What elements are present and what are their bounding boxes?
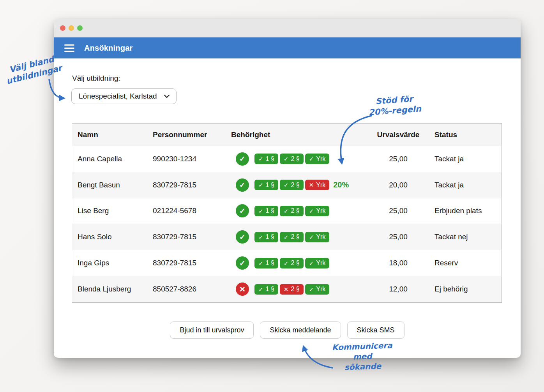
check-icon: ✓ [258,182,263,188]
maximize-window-icon[interactable] [77,25,83,31]
check-icon: ✓ [309,208,314,214]
invite-to-test-button[interactable]: Bjud in till urvalsprov [170,321,254,339]
check-icon: ✓ [284,260,289,266]
badge: ✓Yrk [305,232,330,242]
action-button-row: Bjud in till urvalsprov Skicka meddeland… [54,321,521,339]
badge: ✓2 § [280,232,304,242]
badge: ✓1 § [254,232,278,242]
cell-urvalsvarde: 25,00 [368,155,428,163]
badge: ✓1 § [254,180,278,190]
badge: ✓2 § [280,180,304,190]
badge: ✓Yrk [305,284,330,295]
cell-behorighet: ✕ ✓1 §✕2 §✓Yrk [224,283,368,296]
table-row: Inga Gips 830729-7815 ✓ ✓1 §✓2 §✓Yrk 18,… [72,250,502,276]
eligibility-status-icon: ✕ [236,283,249,296]
cell-behorighet: ✓ ✓1 §✓2 §✓Yrk [224,152,368,166]
check-icon: ✓ [309,286,314,292]
send-message-button[interactable]: Skicka meddelande [260,321,341,339]
app-header: Ansökningar [54,37,521,58]
badge: ✓2 § [280,154,304,164]
column-header-status: Status [428,131,502,139]
check-icon: ✓ [309,156,314,162]
badge: ✓Yrk [305,258,330,268]
twenty-percent-rule-note: 20% [333,180,349,189]
cell-behorighet: ✓ ✓1 §✓2 §✓Yrk [224,256,368,270]
check-icon: ✓ [284,156,289,162]
table-row: Bengt Basun 830729-7815 ✓ ✓1 §✓2 §✕Yrk 2… [72,172,502,198]
cell-behorighet: ✓ ✓1 §✓2 §✕Yrk 20% [224,178,368,192]
eligibility-status-icon: ✓ [236,256,249,270]
cross-icon: ✕ [284,286,289,292]
badge: ✓1 § [254,284,278,295]
badge: ✓2 § [280,258,304,268]
education-select[interactable]: Lönespecialist, Karlstad [71,88,177,104]
cell-name: Inga Gips [72,259,150,267]
check-icon: ✓ [309,234,314,240]
badge-group: ✓1 §✕2 §✓Yrk [254,284,329,295]
cell-name: Anna Capella [72,155,150,163]
badge: ✓Yrk [305,206,330,216]
send-sms-button[interactable]: Skicka SMS [347,321,404,339]
cell-urvalsvarde: 25,00 [368,207,428,215]
chevron-down-icon [164,94,170,98]
cell-status: Reserv [428,259,502,267]
table-row: Lise Berg 021224-5678 ✓ ✓1 §✓2 §✓Yrk 25,… [72,198,502,224]
check-icon: ✓ [284,182,289,188]
table-row: Blenda Ljusberg 850527-8826 ✕ ✓1 §✕2 §✓Y… [72,276,502,302]
cell-status: Ej behörig [428,285,502,293]
education-select-value: Lönespecialist, Karlstad [79,92,157,101]
column-header-behorighet: Behörighet [224,131,368,139]
cell-urvalsvarde: 18,00 [368,259,428,267]
badge-group: ✓1 §✓2 §✓Yrk [254,206,329,216]
badge-group: ✓1 §✓2 §✓Yrk [254,232,329,242]
cell-personnummer: 830729-7815 [150,233,224,241]
check-icon: ✓ [258,208,263,214]
cell-personnummer: 830729-7815 [150,259,224,267]
applicants-table: Namn Personnummer Behörighet Urvalsvärde… [72,123,502,303]
table-body: Anna Capella 990230-1234 ✓ ✓1 §✓2 §✓Yrk … [72,146,502,302]
column-header-personnummer: Personnummer [150,131,224,139]
eligibility-status-icon: ✓ [236,178,249,192]
cell-status: Tackat ja [428,155,502,163]
check-icon: ✓ [258,234,263,240]
window-titlebar [54,19,521,37]
close-window-icon[interactable] [60,25,65,31]
education-picker-label: Välj utbildning: [72,74,120,83]
cell-behorighet: ✓ ✓1 §✓2 §✓Yrk [224,230,368,244]
cell-name: Blenda Ljusberg [72,285,150,293]
badge: ✓1 § [254,154,278,164]
cell-status: Tackat nej [428,233,502,241]
cell-name: Hans Solo [72,233,150,241]
badge: ✓1 § [254,206,278,216]
cell-urvalsvarde: 12,00 [368,285,428,293]
badge-group: ✓1 §✓2 §✕Yrk [254,180,329,190]
badge-group: ✓1 §✓2 §✓Yrk [254,154,329,164]
menu-icon[interactable] [64,44,74,52]
badge-group: ✓1 §✓2 §✓Yrk [254,258,329,268]
check-icon: ✓ [258,286,263,292]
cell-status: Erbjuden plats [428,207,502,215]
cell-personnummer: 021224-5678 [150,207,224,215]
table-header-row: Namn Personnummer Behörighet Urvalsvärde… [72,124,502,146]
app-window: Ansökningar Välj utbildning: Lönespecial… [54,19,521,358]
badge: ✓2 § [280,206,304,216]
badge: ✕Yrk [305,180,330,190]
check-icon: ✓ [284,234,289,240]
cell-status: Tackat ja [428,181,502,189]
cell-urvalsvarde: 25,00 [368,233,428,241]
cell-urvalsvarde: 20,00 [368,181,428,189]
eligibility-status-icon: ✓ [236,230,249,244]
minimize-window-icon[interactable] [69,25,74,31]
eligibility-status-icon: ✓ [236,204,249,217]
page-title: Ansökningar [84,44,132,53]
column-header-namn: Namn [72,131,150,139]
badge: ✕2 § [280,284,304,295]
cell-personnummer: 850527-8826 [150,285,224,293]
check-icon: ✓ [258,260,263,266]
cell-behorighet: ✓ ✓1 §✓2 §✓Yrk [224,204,368,217]
check-icon: ✓ [309,260,314,266]
badge: ✓1 § [254,258,278,268]
cell-name: Bengt Basun [72,181,150,189]
check-icon: ✓ [258,156,263,162]
table-row: Anna Capella 990230-1234 ✓ ✓1 §✓2 §✓Yrk … [72,146,502,172]
